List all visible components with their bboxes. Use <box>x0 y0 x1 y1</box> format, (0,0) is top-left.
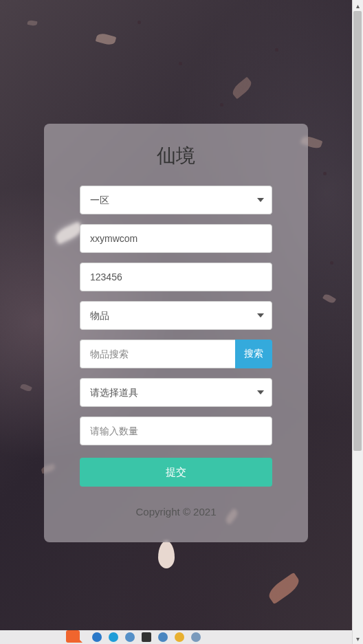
overlay-icon[interactable] <box>175 632 184 642</box>
item-select-wrap: 请选择道具 <box>80 378 272 407</box>
quantity-input[interactable] <box>80 417 272 445</box>
password-input[interactable] <box>80 263 272 291</box>
item-select[interactable]: 请选择道具 <box>80 378 272 407</box>
category-select-wrap: 物品 <box>80 301 272 330</box>
account-field-wrap <box>80 224 272 253</box>
form-card: 仙境 一区 物品 搜索 请选择道具 提交 Copyright © 2021 <box>44 124 308 542</box>
overlay-icon[interactable] <box>158 632 168 642</box>
zone-select-wrap: 一区 <box>80 186 272 214</box>
scrollbar-up-icon[interactable]: ▴ <box>352 0 363 11</box>
quantity-field-wrap <box>80 417 272 445</box>
scrollbar-down-icon[interactable]: ▾ <box>352 633 363 644</box>
scrollbar-thumb[interactable] <box>353 11 362 451</box>
overlay-icon[interactable] <box>125 632 135 642</box>
submit-button[interactable]: 提交 <box>80 458 272 487</box>
overlay-icon[interactable] <box>142 632 151 642</box>
bottom-overlay-strip <box>0 630 352 644</box>
overlay-icon[interactable] <box>109 632 118 642</box>
password-field-wrap <box>80 263 272 291</box>
zone-select[interactable]: 一区 <box>80 186 272 214</box>
overlay-icon[interactable] <box>191 632 201 642</box>
copyright-text: Copyright © 2021 <box>80 506 272 518</box>
account-input[interactable] <box>80 224 272 253</box>
search-row: 搜索 <box>80 340 272 368</box>
scrollbar-track[interactable]: ▴ ▾ <box>352 0 363 644</box>
item-search-input[interactable] <box>80 340 235 368</box>
category-select[interactable]: 物品 <box>80 301 272 330</box>
overlay-logo-icon <box>66 630 80 643</box>
page-title: 仙境 <box>80 143 272 169</box>
search-button[interactable]: 搜索 <box>235 340 272 368</box>
overlay-icon[interactable] <box>92 632 102 642</box>
